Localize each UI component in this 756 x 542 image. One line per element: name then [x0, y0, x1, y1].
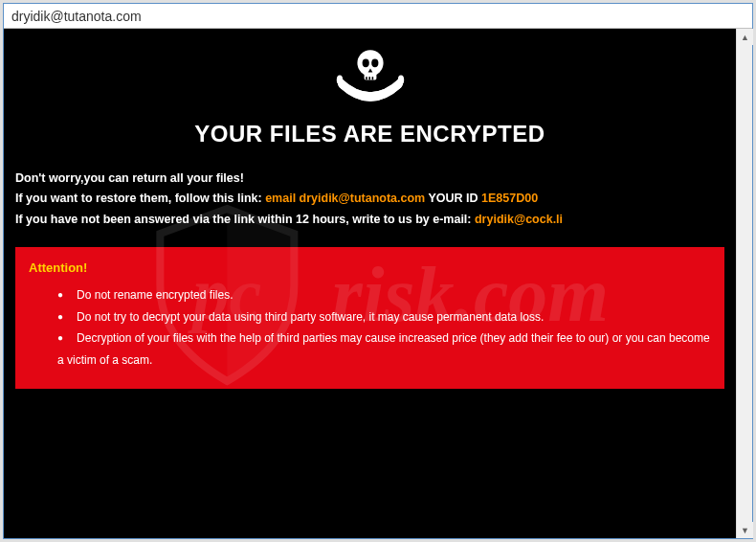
- svg-point-2: [362, 58, 368, 67]
- attention-title: Attention!: [29, 260, 711, 275]
- svg-rect-6: [368, 77, 370, 79]
- svg-point-3: [371, 58, 378, 67]
- svg-rect-7: [371, 77, 373, 79]
- svg-point-8: [336, 76, 342, 85]
- restore-email: email dryidik@tutanota.com: [265, 192, 425, 205]
- list-item: Do not try to decrypt your data using th…: [57, 306, 711, 328]
- attention-box: Attention! Do not rename encrypted files…: [15, 247, 724, 389]
- ransom-note-content: YOUR FILES ARE ENCRYPTED Don't worry,you…: [4, 29, 736, 538]
- info-line-1: Don't worry,you can return all your file…: [15, 169, 724, 189]
- your-id-value: 1E857D00: [481, 192, 538, 205]
- scroll-up-arrow-icon[interactable]: ▲: [737, 29, 753, 45]
- svg-point-9: [397, 76, 403, 85]
- scroll-down-arrow-icon[interactable]: ▼: [737, 522, 753, 538]
- info-line-2-prefix: If you want to restore them, follow this…: [15, 192, 265, 205]
- info-line-3: If you have not been answered via the li…: [15, 210, 724, 230]
- window-title: dryidik@tutanota.com: [11, 9, 142, 24]
- main-heading: YOUR FILES ARE ENCRYPTED: [11, 121, 728, 147]
- window-titlebar[interactable]: dryidik@tutanota.com: [4, 4, 752, 29]
- alt-email: dryidik@cock.li: [475, 213, 563, 226]
- skull-icon: [11, 46, 728, 113]
- attention-list: Do not rename encrypted files. Do not tr…: [29, 284, 711, 372]
- your-id-label: YOUR ID: [425, 192, 481, 205]
- list-item: Do not rename encrypted files.: [57, 284, 711, 306]
- svg-rect-5: [366, 77, 367, 79]
- info-block: Don't worry,you can return all your file…: [11, 169, 728, 230]
- vertical-scrollbar[interactable]: ▲ ▼: [736, 29, 752, 538]
- info-line-2: If you want to restore them, follow this…: [15, 189, 724, 209]
- list-item: Decryption of your files with the help o…: [57, 327, 711, 372]
- info-line-3-prefix: If you have not been answered via the li…: [15, 213, 475, 226]
- content-wrap: YOUR FILES ARE ENCRYPTED Don't worry,you…: [4, 29, 752, 538]
- app-window: dryidik@tutanota.com: [3, 3, 753, 539]
